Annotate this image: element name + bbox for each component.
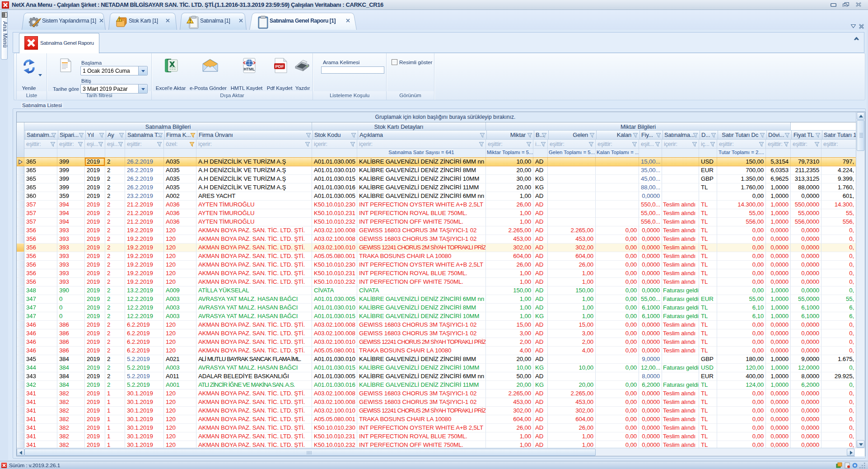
svg-text:HTML: HTML [244,67,255,71]
svg-text:PDF: PDF [275,64,284,69]
